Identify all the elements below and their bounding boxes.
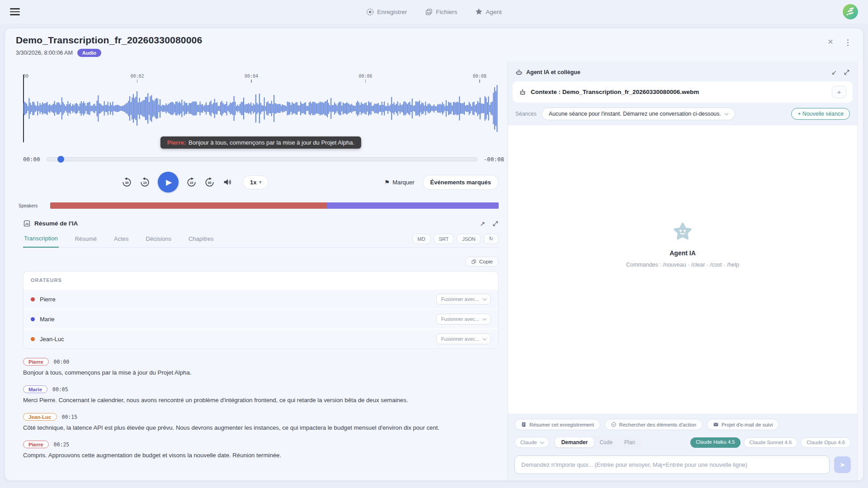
- skip-back-10-button[interactable]: 10: [140, 177, 150, 188]
- nav-files[interactable]: Fichiers: [425, 8, 457, 16]
- tab-chapitres[interactable]: Chapitres: [188, 235, 215, 247]
- skip-forward-10-button[interactable]: 10: [186, 177, 197, 188]
- marked-events-button[interactable]: Événements marqués: [423, 175, 499, 190]
- speaker-color-dot: [31, 297, 35, 301]
- volume-icon[interactable]: [222, 177, 232, 187]
- nav-record[interactable]: Enregistrer: [366, 8, 407, 16]
- svg-text:10: 10: [190, 181, 193, 184]
- expand-icon[interactable]: [844, 69, 850, 75]
- open-external-icon[interactable]: ↗: [480, 221, 485, 227]
- speaker-timeline-bar[interactable]: [50, 202, 499, 209]
- merge-label: Fusionner avec...: [441, 336, 479, 342]
- tab-decisions[interactable]: Décisions: [145, 235, 172, 247]
- export-json-button[interactable]: JSON: [457, 234, 481, 244]
- transcript-timestamp[interactable]: 00:00: [54, 359, 70, 365]
- speaker-name: Jean-Luc: [40, 336, 64, 343]
- transcript-speaker-pill[interactable]: Marie: [23, 385, 47, 393]
- skip-forward-30-button[interactable]: 30: [204, 177, 215, 188]
- model-chip-haiku[interactable]: Claude Haiku 4.5: [690, 437, 741, 448]
- speaker-segment-red[interactable]: [50, 202, 327, 209]
- topbar: Enregistrer Fichiers Agent: [0, 0, 868, 23]
- subtitle-text: Bonjour à tous, commençons par la mise à…: [189, 139, 354, 146]
- transcript-speaker-pill[interactable]: Pierre: [23, 441, 49, 448]
- copy-button[interactable]: Copie: [465, 257, 499, 267]
- recording-card: Demo_Transcription_fr_20260330080006 3/3…: [5, 28, 863, 481]
- mode-demander[interactable]: Demander: [555, 437, 594, 447]
- speaker-segment-purple[interactable]: [327, 202, 499, 209]
- send-button[interactable]: [834, 456, 851, 473]
- page-title: Demo_Transcription_fr_20260330080006: [16, 35, 852, 46]
- mode-plan[interactable]: Plan: [618, 437, 641, 447]
- transcript-timestamp[interactable]: 00:05: [52, 386, 68, 393]
- refresh-button[interactable]: ↻: [484, 234, 499, 244]
- transcript-timestamp[interactable]: 00:25: [54, 441, 70, 448]
- seek-thumb[interactable]: [57, 156, 64, 163]
- tick-label: 00: [23, 74, 28, 79]
- waveform[interactable]: [23, 84, 499, 133]
- nav-agent[interactable]: Agent: [476, 8, 502, 15]
- agent-empty-title: Agent IA: [626, 249, 739, 257]
- export-srt-button[interactable]: SRT: [434, 234, 454, 244]
- robot-icon: [515, 69, 523, 76]
- model-chip-sonnet[interactable]: Claude Sonnet 4.6: [744, 437, 798, 448]
- merge-speaker-select[interactable]: Fusionner avec...: [436, 294, 491, 305]
- tab-actes[interactable]: Actes: [113, 235, 130, 247]
- mark-button[interactable]: ⚑ Marquer: [385, 179, 415, 186]
- transcript-entry: Jean-Luc00:15 Côté technique, la latence…: [23, 413, 499, 431]
- collapse-icon[interactable]: ↙: [831, 69, 837, 75]
- speaker-name: Pierre: [40, 296, 56, 303]
- subtitle-speaker: Pierre:: [167, 139, 186, 146]
- tab-transcription[interactable]: Transcription: [23, 235, 59, 248]
- chevron-down-icon: ▾: [259, 180, 261, 184]
- speed-value: 1x: [250, 179, 256, 186]
- transcript-text: Côté technique, la latence API est plus …: [23, 424, 499, 431]
- player-controls: 30 10 ▶ 10 30 1x ▾ ⚑ Marquer: [19, 171, 506, 193]
- transcript-entry: Pierre00:00 Bonjour à tous, commençons p…: [23, 358, 499, 376]
- robot-icon: [519, 89, 526, 96]
- expand-icon[interactable]: [492, 221, 499, 227]
- waveform-region[interactable]: 00 00:02 00:04 00:06 00:08 Pierre:Bonjou…: [23, 74, 499, 142]
- summarize-recording-button[interactable]: Résumer cet enregistrement: [514, 419, 600, 430]
- transcript-speaker-pill[interactable]: Jean-Luc: [23, 413, 57, 421]
- tab-resume[interactable]: Résumé: [74, 235, 98, 247]
- find-action-items-button[interactable]: Rechercher des éléments d'action: [604, 419, 703, 430]
- nav-record-label: Enregistrer: [377, 9, 407, 15]
- mark-label: Marquer: [392, 179, 414, 186]
- remaining-time: -00:08: [484, 156, 504, 163]
- chevron-down-icon: [483, 316, 486, 320]
- sessions-select[interactable]: Aucune séance pour l'instant. Démarrez u…: [542, 108, 735, 120]
- chevron-down-icon: [483, 296, 486, 300]
- mode-code[interactable]: Code: [594, 437, 618, 447]
- merge-speaker-select[interactable]: Fusionner avec...: [436, 314, 491, 324]
- sessions-label: Séances: [515, 111, 537, 117]
- agent-star-icon: [476, 8, 483, 15]
- play-button[interactable]: ▶: [158, 172, 179, 192]
- export-md-button[interactable]: MD: [412, 234, 431, 244]
- add-context-button[interactable]: +: [832, 86, 846, 98]
- recording-datetime: 3/30/2026, 8:00:06 AM: [16, 50, 73, 56]
- close-icon[interactable]: ×: [828, 37, 833, 46]
- kebab-menu-icon[interactable]: [847, 38, 849, 47]
- merge-speaker-select[interactable]: Fusionner avec...: [436, 333, 491, 344]
- sessions-value: Aucune séance pour l'instant. Démarrez u…: [549, 111, 721, 117]
- app-logo[interactable]: [843, 4, 858, 19]
- chat-area: Agent IA Commandes : /nouveau · /clear ·…: [508, 125, 857, 414]
- record-icon: [366, 8, 374, 16]
- skip-back-30-button[interactable]: 30: [122, 177, 132, 188]
- playback-speed-select[interactable]: 1x ▾: [243, 175, 269, 189]
- nav-files-label: Fichiers: [436, 9, 457, 15]
- model-chip-opus[interactable]: Claude Opus 4.6: [801, 437, 851, 448]
- hamburger-menu-icon[interactable]: [10, 6, 20, 17]
- new-session-button[interactable]: + Nouvelle séance: [791, 108, 850, 120]
- tick-label: 00:08: [473, 74, 486, 79]
- context-label: Contexte : Demo_Transcription_fr_2026033…: [531, 89, 699, 95]
- transcript-speaker-pill[interactable]: Pierre: [23, 358, 49, 366]
- context-bar: Contexte : Demo_Transcription_fr_2026033…: [513, 81, 853, 103]
- scrollbar-gutter[interactable]: [857, 61, 863, 480]
- chat-input[interactable]: [514, 455, 830, 474]
- provider-select[interactable]: Claude: [514, 437, 549, 448]
- seek-slider[interactable]: [47, 157, 477, 161]
- transcript-timestamp[interactable]: 00:15: [62, 414, 78, 420]
- follow-up-email-button[interactable]: Projet d'e-mail de suivi: [707, 419, 779, 430]
- subtitle-overlay: Pierre:Bonjour à tous, commençons par la…: [160, 136, 361, 149]
